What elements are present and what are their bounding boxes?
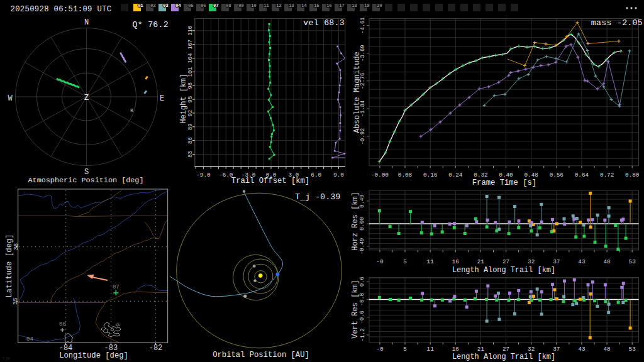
svg-text:20250928 06:51:09 UTC: 20250928 06:51:09 UTC (11, 5, 112, 14)
svg-text:Orbital Position [AU]: Orbital Position [AU] (213, 351, 309, 359)
svg-text:0.08: 0.08 (398, 172, 412, 178)
svg-text:17: 17 (339, 3, 345, 8)
svg-text:07: 07 (213, 3, 219, 8)
svg-text:0.00: 0.00 (360, 217, 366, 231)
svg-text:rjw: rjw (3, 356, 10, 361)
svg-text:S: S (84, 168, 89, 177)
svg-text:04: 04 (175, 3, 181, 8)
svg-text:mass -2.05: mass -2.05 (591, 18, 643, 28)
svg-text:5: 5 (403, 346, 407, 353)
svg-text:32: 32 (528, 346, 535, 353)
svg-text:08: 08 (226, 3, 231, 8)
svg-text:Atmospheric Position [deg]: Atmospheric Position [deg] (28, 176, 143, 185)
svg-text:19: 19 (364, 3, 370, 8)
svg-text:03: 03 (163, 3, 169, 8)
svg-text:98: 98 (187, 82, 194, 89)
svg-text:0.49: 0.49 (360, 194, 366, 207)
svg-text:Q* 76.2: Q* 76.2 (133, 20, 169, 30)
svg-text:Absolute Magnitude: Absolute Magnitude (353, 52, 362, 133)
svg-text:0.16: 0.16 (423, 172, 437, 178)
svg-text:-9.0: -9.0 (196, 172, 210, 178)
svg-text:6.0: 6.0 (311, 172, 321, 178)
svg-text:16: 16 (452, 346, 459, 353)
svg-text:02: 02 (150, 3, 156, 8)
svg-text:11: 11 (264, 3, 269, 8)
svg-text:-0.49: -0.49 (360, 238, 366, 255)
svg-text:15: 15 (314, 3, 319, 8)
svg-text:-0.0: -0.0 (360, 293, 366, 306)
svg-text:T_j -0.39: T_j -0.39 (295, 192, 340, 202)
svg-text:53: 53 (629, 258, 636, 265)
svg-text:0.24: 0.24 (448, 172, 463, 178)
svg-text:11: 11 (427, 346, 435, 353)
svg-text:01: 01 (138, 3, 143, 8)
svg-text:09: 09 (238, 3, 244, 8)
svg-text:-0.6: -0.6 (360, 310, 366, 324)
svg-text:0.64: 0.64 (575, 172, 589, 178)
svg-text:53: 53 (629, 346, 636, 353)
svg-text:37: 37 (553, 346, 560, 353)
svg-text:9.0: 9.0 (333, 172, 344, 178)
svg-text:13: 13 (289, 3, 294, 8)
svg-text:83: 83 (187, 151, 194, 158)
svg-text:0.48: 0.48 (525, 172, 538, 178)
svg-text:W: W (8, 94, 13, 103)
svg-text:0.32: 0.32 (474, 172, 487, 178)
svg-text:06: 06 (201, 3, 206, 8)
svg-text:27: 27 (502, 258, 509, 265)
svg-text:-0: -0 (376, 346, 383, 353)
svg-text:110: 110 (187, 26, 194, 36)
svg-text:Trail Offset [km]: Trail Offset [km] (231, 177, 309, 185)
svg-text:16: 16 (326, 3, 332, 8)
svg-text:0.56: 0.56 (550, 172, 564, 178)
svg-text:Longitude [deg]: Longitude [deg] (59, 351, 128, 360)
svg-text:Frame Time [s]: Frame Time [s] (472, 178, 536, 187)
svg-text:37: 37 (553, 258, 560, 265)
svg-text:-0.00: -0.00 (371, 172, 389, 178)
svg-text:86: 86 (187, 137, 194, 144)
svg-text:-82: -82 (149, 344, 163, 353)
svg-text:0.72: 0.72 (600, 172, 614, 178)
svg-text:101: 101 (187, 67, 194, 77)
svg-text:07: 07 (113, 284, 119, 290)
svg-text:04: 04 (26, 336, 33, 343)
svg-text:-1.2: -1.2 (360, 328, 366, 341)
svg-text:18: 18 (352, 3, 357, 8)
svg-text:5: 5 (403, 258, 407, 265)
svg-text:Z: Z (84, 94, 89, 102)
svg-text:16: 16 (452, 258, 459, 265)
svg-text:Latitude [deg]: Latitude [deg] (5, 234, 14, 298)
svg-text:Vert Res [km]: Vert Res [km] (351, 280, 360, 339)
svg-text:10: 10 (251, 3, 257, 8)
svg-text:0.40: 0.40 (499, 172, 513, 178)
svg-text:E: E (160, 94, 164, 103)
svg-text:107: 107 (187, 40, 194, 50)
svg-text:35: 35 (13, 297, 19, 305)
svg-text:11: 11 (427, 258, 435, 265)
svg-text:92: 92 (187, 110, 194, 117)
svg-text:43: 43 (578, 346, 585, 353)
svg-text:43: 43 (578, 258, 585, 265)
svg-text:08: 08 (59, 321, 66, 327)
svg-text:32: 32 (528, 258, 535, 265)
svg-text:89: 89 (187, 124, 194, 131)
svg-text:48: 48 (604, 258, 611, 265)
svg-text:-4.61: -4.61 (360, 17, 366, 33)
svg-text:Height [km]: Height [km] (179, 74, 188, 123)
svg-text:14: 14 (301, 3, 307, 8)
svg-text:vel 68.3: vel 68.3 (303, 18, 345, 28)
svg-text:104: 104 (187, 53, 194, 63)
svg-text:Length Along Trail [km]: Length Along Trail [km] (452, 353, 555, 361)
svg-text:95: 95 (187, 96, 194, 103)
svg-text:05: 05 (188, 3, 194, 8)
svg-text:0.6: 0.6 (360, 277, 366, 287)
svg-text:0.80: 0.80 (625, 172, 639, 178)
svg-text:-0: -0 (376, 258, 383, 265)
svg-text:21: 21 (477, 346, 485, 353)
svg-text:Horz Res [km]: Horz Res [km] (351, 192, 360, 251)
svg-text:Length Along Trail [km]: Length Along Trail [km] (452, 266, 555, 275)
svg-text:12: 12 (276, 3, 282, 8)
svg-text:48: 48 (604, 346, 611, 353)
svg-text:N: N (84, 18, 89, 27)
svg-text:27: 27 (502, 346, 509, 353)
